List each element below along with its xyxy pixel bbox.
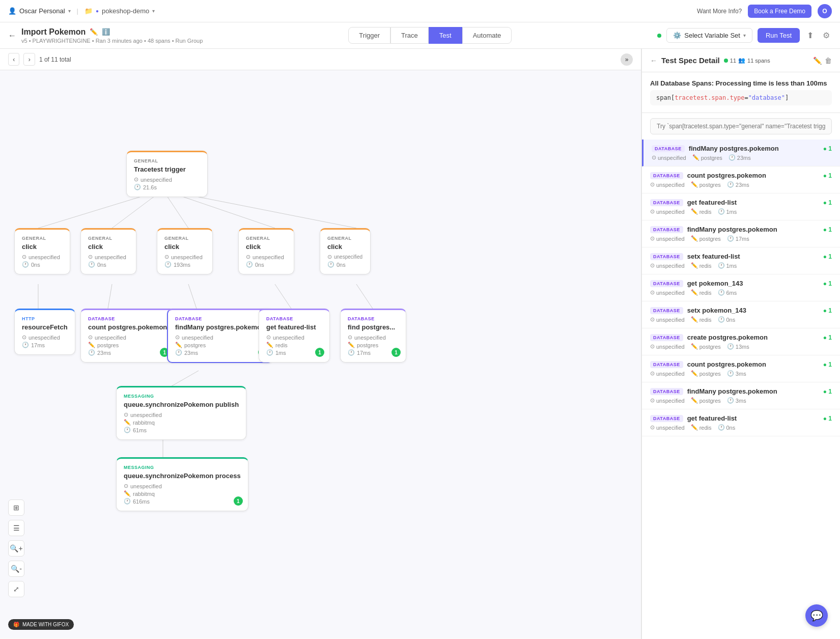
span-item[interactable]: DATABASE count postgres.pokemon ● 1 ⊙uns… bbox=[642, 355, 840, 382]
zoom-out-tool[interactable]: 🔍- bbox=[8, 561, 24, 577]
edit-spec-button[interactable]: ✏️ bbox=[813, 57, 822, 65]
canvas-area[interactable]: GENERAL Tracetest trigger ⊙ unespecified… bbox=[0, 70, 641, 638]
span-type-badge: DATABASE bbox=[650, 415, 683, 422]
messaging-node-2[interactable]: MESSAGING queue.synchronizePokemon proce… bbox=[116, 457, 248, 511]
span-db: ✏️redis bbox=[691, 208, 712, 215]
assertion-section: All Database Spans: Processing time is l… bbox=[642, 72, 840, 113]
db-node-3[interactable]: DATABASE get featured-list ⊙unespecified… bbox=[259, 309, 330, 363]
gifox-badge: 🎁 MADE WITH GIFOX bbox=[8, 619, 74, 630]
collapse-button[interactable]: » bbox=[621, 53, 633, 66]
info-icon[interactable]: ℹ️ bbox=[102, 28, 110, 36]
diagram-tool[interactable]: ⊞ bbox=[8, 499, 24, 516]
span-type-badge: DATABASE bbox=[650, 334, 683, 341]
span-time: 🕐0ns bbox=[718, 316, 736, 323]
span-item[interactable]: DATABASE create postgres.pokemon ● 1 ⊙un… bbox=[642, 328, 840, 355]
prev-button[interactable]: ‹ bbox=[8, 53, 19, 66]
book-free-button[interactable]: Book a Free Demo bbox=[748, 5, 811, 18]
span-pass: ● 1 bbox=[823, 172, 832, 179]
list-tool[interactable]: ☰ bbox=[8, 520, 24, 536]
span-type-badge: DATABASE bbox=[650, 388, 683, 395]
node-badge-3: 1 bbox=[315, 348, 324, 357]
span-time: 🕐23ms bbox=[727, 181, 749, 188]
user-name: Oscar Personal bbox=[19, 7, 65, 15]
panel-dot-count: 11 bbox=[730, 58, 736, 64]
span-time: 🕐23ms bbox=[729, 154, 751, 161]
span-type-badge: DATABASE bbox=[650, 226, 683, 233]
assertion-code: span[tracetest.span.type="database"] bbox=[650, 90, 832, 105]
spans-icon: 👥 bbox=[738, 57, 745, 64]
folder-icon: 📁 bbox=[85, 7, 93, 15]
span-item[interactable]: DATABASE findMany postgres.pokemon ● 1 ⊙… bbox=[642, 382, 840, 409]
span-type-badge: DATABASE bbox=[650, 199, 683, 206]
export-button[interactable]: ⬆ bbox=[805, 29, 816, 42]
span-item[interactable]: DATABASE get featured-list ● 1 ⊙unspecif… bbox=[642, 193, 840, 220]
delete-spec-button[interactable]: 🗑 bbox=[825, 57, 832, 65]
settings-button[interactable]: ⚙ bbox=[821, 29, 832, 42]
assertion-title: All Database Spans: Processing time is l… bbox=[650, 79, 832, 87]
back-button[interactable]: ← bbox=[8, 31, 16, 40]
span-name: setx featured-list bbox=[687, 253, 823, 260]
span-pass: ● 1 bbox=[823, 145, 832, 152]
edit-icon[interactable]: ✏️ bbox=[90, 28, 98, 36]
want-more-link[interactable]: Want More Info? bbox=[697, 8, 742, 15]
chat-bubble[interactable]: 💬 bbox=[805, 604, 828, 627]
span-name: get featured-list bbox=[687, 199, 823, 206]
span-name: setx pokemon_143 bbox=[687, 307, 823, 314]
span-unspecified: ⊙unspecified bbox=[650, 289, 685, 296]
status-dot bbox=[657, 34, 661, 38]
variable-set-chevron: ▾ bbox=[743, 33, 746, 38]
span-name: count postgres.pokemon bbox=[687, 360, 823, 368]
right-panel: ← Test Spec Detail 11 👥 11 spans ✏️ 🗑 Al… bbox=[641, 49, 840, 639]
span-db: ✏️postgres bbox=[691, 370, 721, 377]
gifox-icon: 🎁 bbox=[13, 622, 19, 627]
span-item[interactable]: DATABASE findMany postgres.pokemon ● 1 ⊙… bbox=[642, 140, 840, 166]
user-badge[interactable]: 👤 Oscar Personal ▾ bbox=[8, 7, 71, 15]
back-panel-button[interactable]: ← bbox=[650, 57, 657, 65]
http-node[interactable]: HTTP resourceFetch ⊙unespecified 🕐17ms bbox=[14, 309, 75, 355]
span-item[interactable]: DATABASE count postgres.pokemon ● 1 ⊙uns… bbox=[642, 166, 840, 193]
span-item[interactable]: DATABASE setx featured-list ● 1 ⊙unspeci… bbox=[642, 247, 840, 274]
floating-tools: ⊞ ☰ 🔍+ 🔍- ⤢ bbox=[8, 499, 24, 597]
search-input[interactable] bbox=[650, 118, 832, 134]
span-name: create postgres.pokemon bbox=[687, 334, 823, 341]
span-pass: ● 1 bbox=[823, 334, 832, 341]
nav-right: Want More Info? Book a Free Demo O bbox=[697, 4, 832, 18]
pagination-label: 1 of 11 total bbox=[39, 56, 71, 63]
fit-tool[interactable]: ⤢ bbox=[8, 581, 24, 597]
span-item[interactable]: DATABASE get featured-list ● 1 ⊙unspecif… bbox=[642, 409, 840, 436]
top-nav: 👤 Oscar Personal ▾ | 📁 ● pokeshop-demo ▾… bbox=[0, 0, 840, 22]
click-node-3[interactable]: GENERAL click ⊙unespecified 🕐193ms bbox=[157, 228, 213, 274]
db-node-2[interactable]: DATABASE findMany postgres.pokemon ⊙unes… bbox=[167, 309, 273, 363]
span-unspecified: ⊙unspecified bbox=[650, 208, 685, 215]
span-pass: ● 1 bbox=[823, 361, 832, 368]
span-unspecified: ⊙unspecified bbox=[650, 235, 685, 242]
click-node-4[interactable]: GENERAL click ⊙unespecified 🕐0ns bbox=[238, 228, 294, 274]
db-node-1[interactable]: DATABASE count postgres.pokemon ⊙unespec… bbox=[80, 309, 175, 363]
click-node-2[interactable]: GENERAL click ⊙unespecified 🕐0ns bbox=[80, 228, 136, 274]
tab-group: Trigger Trace Test Automate bbox=[348, 27, 512, 44]
tab-test[interactable]: Test bbox=[429, 27, 462, 44]
span-unspecified: ⊙unspecified bbox=[652, 154, 686, 161]
span-unspecified: ⊙unspecified bbox=[650, 181, 685, 188]
dot-indicator: ● bbox=[96, 8, 99, 14]
span-item[interactable]: DATABASE get pokemon_143 ● 1 ⊙unspecifie… bbox=[642, 274, 840, 301]
messaging-node-1[interactable]: MESSAGING queue.synchronizePokemon publi… bbox=[116, 386, 246, 440]
span-time: 🕐3ms bbox=[727, 370, 746, 377]
span-name: findMany postgres.pokemon bbox=[687, 387, 823, 395]
span-item[interactable]: DATABASE findMany postgres.pokemon ● 1 ⊙… bbox=[642, 220, 840, 247]
click-node-1[interactable]: GENERAL click ⊙unespecified 🕐0ns bbox=[14, 228, 70, 274]
click-node-5[interactable]: GENERAL click ⊙unespecified 🕐0ns bbox=[320, 228, 371, 274]
trigger-node[interactable]: GENERAL Tracetest trigger ⊙ unespecified… bbox=[126, 151, 208, 197]
tab-automate[interactable]: Automate bbox=[462, 27, 512, 44]
run-test-button[interactable]: Run Test bbox=[758, 28, 800, 43]
sub-header-right: ⚙️ Select Variable Set ▾ Run Test ⬆ ⚙ bbox=[657, 28, 832, 43]
zoom-in-tool[interactable]: 🔍+ bbox=[8, 540, 24, 557]
span-item[interactable]: DATABASE setx pokemon_143 ● 1 ⊙unspecifi… bbox=[642, 301, 840, 328]
tab-trace[interactable]: Trace bbox=[390, 27, 429, 44]
span-pass: ● 1 bbox=[823, 307, 832, 314]
next-button[interactable]: › bbox=[23, 53, 35, 66]
variable-set-button[interactable]: ⚙️ Select Variable Set ▾ bbox=[666, 28, 752, 43]
tab-trigger[interactable]: Trigger bbox=[348, 27, 390, 44]
project-badge[interactable]: 📁 ● pokeshop-demo ▾ bbox=[85, 7, 155, 15]
db-node-4[interactable]: DATABASE find postgres... ⊙unespecified … bbox=[340, 309, 406, 363]
